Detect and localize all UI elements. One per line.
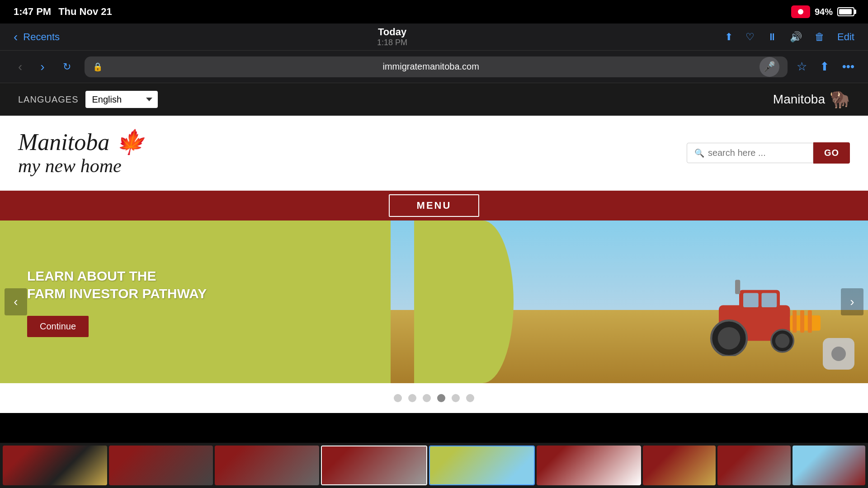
svg-point-7	[775, 334, 790, 348]
svg-rect-3	[762, 293, 777, 308]
floating-action-button[interactable]	[823, 338, 854, 370]
browser-bookmark-icon[interactable]: ☆	[797, 60, 807, 74]
browser-actions: ☆ ⬆ •••	[797, 60, 854, 74]
dot-4-active[interactable]	[437, 394, 445, 402]
dot-1[interactable]	[394, 394, 402, 402]
pause-icon[interactable]: ⏸	[767, 31, 777, 43]
reload-button[interactable]: ↻	[58, 58, 75, 75]
website-content: LANGUAGES English French Filipino Spanis…	[0, 83, 868, 413]
slider-prev-button[interactable]: ‹	[5, 288, 27, 315]
thumb-7[interactable]	[643, 446, 716, 485]
thumbnails-bar	[0, 443, 868, 488]
svg-rect-11	[800, 310, 804, 333]
search-input[interactable]	[708, 148, 798, 158]
thumb-4[interactable]	[321, 446, 427, 485]
browser-more-icon[interactable]: •••	[842, 60, 854, 74]
tab-title: Today	[377, 26, 407, 38]
notification-bar: ‹ Recents Today 1:18 PM ⬆ ♡ ⏸ 🔊 🗑 Edit	[0, 23, 868, 51]
slide-active: LEARN ABOUT THE FARM INVESTOR PATHWAY Co…	[0, 221, 868, 383]
menu-bar: MENU	[0, 191, 868, 221]
lock-icon: 🔒	[93, 62, 103, 72]
tab-subtitle: 1:18 PM	[377, 38, 407, 47]
hero-slider: LEARN ABOUT THE FARM INVESTOR PATHWAY Co…	[0, 221, 868, 383]
mic-button[interactable]: 🎤	[760, 57, 779, 77]
manitoba-brand-text: Manitoba	[773, 92, 825, 107]
heart-icon[interactable]: ♡	[745, 31, 755, 43]
search-icon: 🔍	[694, 148, 704, 158]
back-chevron-icon[interactable]: ‹	[14, 30, 18, 44]
svg-rect-8	[735, 280, 740, 294]
thumb-8[interactable]	[717, 446, 790, 485]
browser-toolbar: ‹ › ↻ 🔒 immigratemanitoba.com 🎤 ☆ ⬆ •••	[0, 51, 868, 83]
slide-title: LEARN ABOUT THE FARM INVESTOR PATHWAY	[27, 267, 450, 302]
status-time: 1:47 PM	[14, 6, 51, 18]
dot-2[interactable]	[408, 394, 416, 402]
edit-button[interactable]: Edit	[837, 31, 854, 43]
recents-link[interactable]: Recents	[23, 31, 60, 43]
forward-button[interactable]: ›	[36, 57, 49, 77]
thumb-9[interactable]	[793, 446, 865, 485]
manitoba-brand-logo: Manitoba 🦬	[773, 90, 850, 109]
address-bar[interactable]: 🔒 immigratemanitoba.com 🎤	[85, 56, 788, 77]
languages-label: LANGUAGES	[18, 94, 78, 105]
battery-percentage: 94%	[815, 7, 833, 17]
thumb-1[interactable]	[3, 446, 107, 485]
logo-leaf: 🍁	[115, 129, 145, 155]
logo-line1: Manitoba 🍁	[18, 129, 145, 155]
svg-rect-12	[808, 310, 812, 333]
status-date: Thu Nov 21	[58, 6, 112, 18]
language-select[interactable]: English French Filipino Spanish Arabic C…	[85, 91, 158, 108]
logo-line2: my new home	[18, 155, 145, 177]
continue-button[interactable]: Continue	[27, 316, 89, 337]
url-display: immigratemanitoba.com	[107, 61, 755, 72]
thumb-2[interactable]	[109, 446, 213, 485]
tractor-image	[687, 275, 832, 356]
bison-icon: 🦬	[830, 90, 850, 109]
thumb-6[interactable]	[537, 446, 641, 485]
site-logo: Manitoba 🍁 my new home	[18, 129, 145, 177]
search-input-wrap: 🔍	[687, 143, 813, 163]
status-bar: 1:47 PM Thu Nov 21 94%	[0, 0, 868, 23]
site-topbar: LANGUAGES English French Filipino Spanis…	[0, 83, 868, 116]
share-icon[interactable]: ⬆	[725, 31, 733, 43]
svg-rect-10	[793, 310, 797, 333]
thumb-5-active[interactable]	[429, 446, 535, 485]
dot-6[interactable]	[466, 394, 474, 402]
site-header: Manitoba 🍁 my new home 🔍 GO	[0, 116, 868, 191]
record-indicator	[791, 5, 810, 18]
svg-rect-2	[743, 293, 759, 308]
slide-text: LEARN ABOUT THE FARM INVESTOR PATHWAY	[27, 267, 450, 316]
slider-dots	[0, 383, 868, 413]
battery-icon	[837, 7, 854, 16]
go-button[interactable]: GO	[813, 142, 850, 164]
slider-next-button[interactable]: ›	[841, 288, 863, 315]
browser-share-icon[interactable]: ⬆	[820, 60, 830, 74]
volume-icon[interactable]: 🔊	[790, 31, 802, 43]
trash-icon[interactable]: 🗑	[815, 31, 825, 43]
dot-5[interactable]	[452, 394, 460, 402]
thumb-3[interactable]	[215, 446, 319, 485]
menu-button[interactable]: MENU	[389, 194, 480, 217]
languages-section: LANGUAGES English French Filipino Spanis…	[18, 91, 158, 108]
svg-point-5	[718, 327, 741, 350]
back-button[interactable]: ‹	[14, 57, 27, 77]
floating-btn-icon	[831, 347, 846, 361]
search-section: 🔍 GO	[687, 142, 850, 164]
dot-3[interactable]	[423, 394, 431, 402]
